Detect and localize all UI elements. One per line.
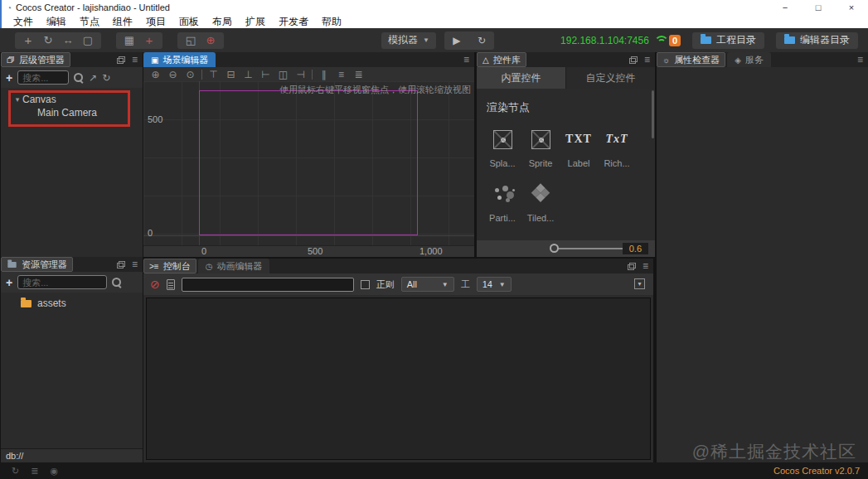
folder-icon — [701, 36, 711, 44]
regex-checkbox[interactable] — [361, 280, 370, 289]
panel-menu-icon[interactable]: ≡ — [644, 55, 650, 65]
panel-menu-icon[interactable]: ≡ — [132, 55, 138, 65]
play-button[interactable]: ▶ — [444, 35, 469, 46]
zoom-reset-icon[interactable]: ⊙ — [182, 69, 199, 80]
tab-console[interactable]: >≡ 控制台 — [143, 259, 196, 273]
align-right-icon[interactable]: ⊣ — [292, 69, 309, 80]
slider-value: 0.6 — [623, 243, 648, 254]
local-coord-icon[interactable]: ◱ — [181, 32, 201, 49]
assets-search-input[interactable] — [17, 275, 107, 289]
menu-developer[interactable]: 开发者 — [272, 15, 315, 29]
control-item-sprite[interactable]: Sprite — [521, 127, 560, 168]
move-tool-icon[interactable]: + — [18, 32, 38, 49]
expand-caret-icon[interactable]: ▾ — [12, 95, 22, 104]
panel-menu-icon[interactable]: ≡ — [857, 55, 863, 65]
rotate-tool-icon[interactable]: ↻ — [38, 32, 58, 49]
ruler-y-500: 500 — [148, 114, 162, 124]
menu-help[interactable]: 帮助 — [315, 15, 348, 29]
tab-builtin-controls[interactable]: 内置控件 — [477, 67, 565, 89]
distribute-vertical-icon[interactable]: ≡ — [332, 69, 350, 80]
align-center-icon[interactable]: ◫ — [274, 69, 292, 80]
maximize-button[interactable]: □ — [802, 0, 835, 15]
control-item-particle[interactable]: Parti... — [483, 181, 521, 223]
distribute-gaps-icon[interactable]: ≣ — [350, 69, 367, 80]
menu-component[interactable]: 组件 — [106, 15, 139, 29]
scene-viewport[interactable]: 使用鼠标右键平移视窗焦点，使用滚轮缩放视图 500 0 — [143, 81, 474, 245]
control-item-richtext[interactable]: TxT Rich... — [598, 127, 636, 168]
zoom-out-icon[interactable]: ⊖ — [164, 69, 182, 80]
menu-file[interactable]: 文件 — [7, 15, 40, 29]
log-level-dropdown[interactable]: All ▼ — [401, 277, 454, 292]
status-refresh-icon[interactable]: ↻ — [12, 466, 19, 477]
align-bottom-icon[interactable]: ⊥ — [240, 69, 257, 80]
menu-extension[interactable]: 扩展 — [239, 15, 272, 29]
slider-track[interactable] — [551, 248, 623, 249]
log-file-icon[interactable] — [167, 279, 175, 290]
menu-project[interactable]: 项目 — [139, 15, 172, 29]
collapse-logs-icon[interactable]: ▾ — [634, 278, 645, 289]
panel-menu-icon[interactable]: ≡ — [463, 55, 469, 65]
search-icon[interactable] — [74, 73, 84, 83]
control-item-label[interactable]: TXT Label — [560, 127, 598, 168]
add-asset-button[interactable]: + — [6, 276, 12, 289]
tab-inspector[interactable]: ☼ 属性检查器 — [657, 52, 725, 67]
popout-icon[interactable] — [117, 261, 125, 269]
tab-assets[interactable]: 资源管理器 — [1, 257, 73, 272]
anchor-mode-icon[interactable]: + — [139, 32, 159, 49]
panel-menu-icon[interactable]: ≡ — [643, 261, 648, 271]
animation-tab-label: 动画编辑器 — [216, 260, 262, 273]
clear-console-icon[interactable]: ⊘ — [150, 278, 160, 291]
slider-knob[interactable] — [550, 244, 559, 253]
scrollbar[interactable] — [652, 90, 654, 138]
pivot-mode-icon[interactable]: ▦ — [119, 32, 139, 49]
popout-icon[interactable] — [629, 56, 638, 64]
menu-edit[interactable]: 编辑 — [40, 15, 73, 29]
assets-folder-label: assets — [37, 298, 66, 309]
font-size-dropdown[interactable]: 14 ▼ — [477, 277, 512, 292]
distribute-horizontal-icon[interactable]: ∥ — [315, 69, 332, 80]
status-list-icon[interactable]: ≣ — [31, 466, 38, 477]
folder-icon — [784, 36, 795, 44]
tree-node-assets[interactable]: assets — [1, 297, 143, 310]
align-top-icon[interactable]: ⊤ — [205, 69, 222, 80]
expand-all-icon[interactable]: ↗ — [89, 72, 97, 84]
scale-tool-icon[interactable]: ↔ — [63, 34, 74, 46]
menu-panel[interactable]: 面板 — [172, 15, 206, 29]
hierarchy-search-input[interactable] — [17, 70, 69, 85]
refresh-button[interactable]: ↻ — [469, 35, 494, 46]
control-item-tiledmap[interactable]: Tiled... — [521, 181, 560, 223]
inspector-panel: ☼ 属性检查器 ◈ 服务 ≡ — [657, 52, 868, 462]
control-item-splash[interactable]: Spla... — [483, 127, 521, 168]
open-editor-dir-button[interactable]: 编辑器目录 — [776, 32, 858, 49]
tab-control-library[interactable]: △ 控件库 — [477, 52, 526, 67]
preview-target-dropdown[interactable]: 模拟器 ▼ — [381, 32, 436, 49]
assets-tab-label: 资源管理器 — [22, 259, 67, 271]
minimize-button[interactable]: − — [769, 0, 802, 15]
console-filter-input[interactable] — [182, 278, 354, 292]
tab-animation-editor[interactable]: ◷ 动画编辑器 — [198, 259, 270, 273]
menu-node[interactable]: 节点 — [73, 15, 106, 29]
search-icon[interactable] — [112, 278, 122, 288]
align-left-icon[interactable]: ⊢ — [257, 69, 274, 80]
world-coord-icon[interactable]: ⊕ — [201, 32, 221, 49]
zoom-in-icon[interactable]: ⊕ — [147, 69, 164, 80]
open-project-dir-button[interactable]: 工程目录 — [692, 32, 764, 49]
camera-node-label: Main Camera — [37, 107, 97, 119]
status-eye-icon[interactable]: ◉ — [50, 466, 58, 477]
panel-menu-icon[interactable]: ≡ — [132, 259, 138, 269]
tab-custom-controls[interactable]: 自定义控件 — [565, 67, 655, 89]
menu-layout[interactable]: 布局 — [206, 15, 239, 29]
refresh-icon[interactable]: ↻ — [102, 72, 110, 84]
tree-node-main-camera[interactable]: Main Camera — [1, 106, 143, 119]
tab-services[interactable]: ◈ 服务 — [727, 52, 771, 67]
add-node-button[interactable]: + — [6, 71, 12, 85]
align-middle-icon[interactable]: ⊟ — [222, 69, 240, 80]
close-button[interactable]: × — [835, 0, 868, 15]
popout-icon[interactable] — [117, 56, 125, 64]
section-title-render-nodes: 渲染节点 — [477, 89, 655, 119]
rect-tool-icon[interactable]: ▢ — [78, 32, 98, 49]
tab-scene-editor[interactable]: ▣ 场景编辑器 — [143, 52, 216, 67]
tab-hierarchy[interactable]: 🗇 层级管理器 — [1, 52, 70, 67]
tree-node-canvas[interactable]: ▾ Canvas — [1, 93, 143, 106]
popout-icon[interactable] — [628, 263, 636, 270]
